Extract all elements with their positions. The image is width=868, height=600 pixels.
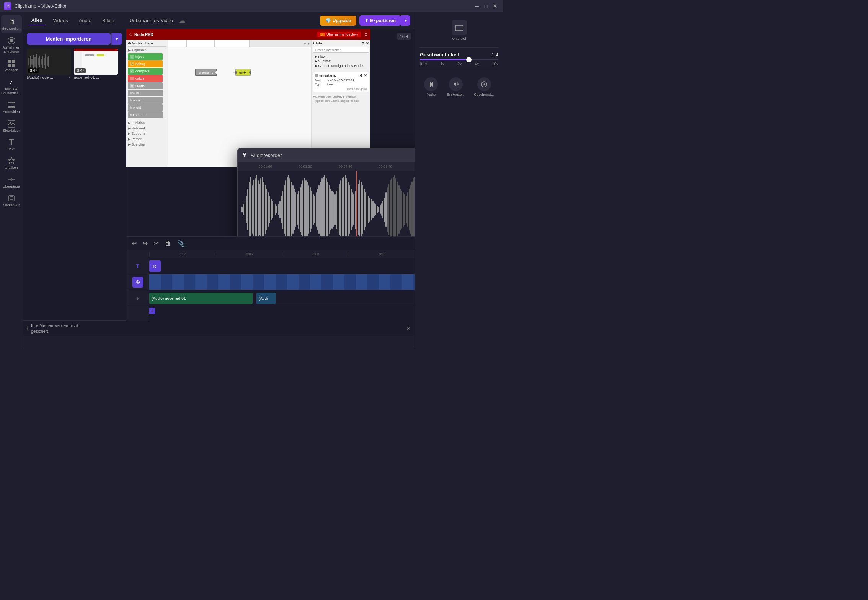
node-debug[interactable]: 🐛 debug [128,60,163,67]
nav-tab-alles[interactable]: Alles [28,16,46,25]
speicher-group[interactable]: ▶ Speicher [128,142,166,147]
sidebar-item-stockvideo[interactable]: Stockvideo [1,98,22,116]
speed-control: Geschwindigkeit 1.4 0.1x 1x 2x 4x 16x [420,52,498,66]
info-flow[interactable]: ▶ Flow [313,54,369,59]
node-complete[interactable]: ✓ complete [128,68,163,75]
sidebar-item-grafiken[interactable]: Grafiken [1,154,22,172]
media-thumb-dropdown-1[interactable]: ▾ [69,75,71,79]
svg-text:C: C [7,4,9,8]
sidebar-item-ihre-medien[interactable]: 🖥 Ihre Medien [1,15,22,33]
node-status[interactable]: ◉ status [128,82,163,89]
node-catch[interactable]: ! catch [128,75,163,82]
notice-icon: ℹ [27,325,29,332]
bottom-notice: ℹ Ihre Medien werden nichtgesichert. ✕ [23,320,415,336]
media-import-dropdown-button[interactable]: ▾ [111,33,122,45]
cut-button[interactable]: ✂ [152,239,160,248]
netzwerk-group[interactable]: ▶ Netzwerk [128,126,166,131]
sidebar-label-ihre-medien: Ihre Medien [2,27,21,31]
sidebar-item-aufnehmen[interactable]: Aufnehmen & kreieren [1,34,22,56]
subtitle-button[interactable] [452,20,467,35]
svg-rect-5 [12,60,15,63]
flow-tab-1[interactable]: Flow 1 [168,40,187,47]
text-clip-1[interactable]: He [149,260,161,272]
right-panel: Untertitel Geschwindigkeit 1.4 0.1x 1x 2… [415,12,503,348]
timestamp-node[interactable]: timestamp [195,69,217,76]
waveform-bars [238,171,415,236]
add-flow-btn[interactable]: + [304,41,306,46]
flows-search-input[interactable] [313,47,369,53]
undo-button[interactable]: ↩ [130,239,138,248]
window-controls: ─ □ ✕ [473,2,499,10]
audio-btn-label: Audio [427,93,436,96]
delete-button[interactable]: 🗑 [163,239,173,248]
info-panel-close[interactable]: ✕ [366,41,369,45]
media-thumb-1[interactable]: 0:47 (Audio) node-... ▾ [27,49,71,80]
redo-button[interactable]: ↪ [141,239,149,248]
node-comment[interactable]: comment [128,111,163,118]
export-btn-group: ⬆ Exportieren ▾ [359,15,410,26]
audio2-pause-icon[interactable]: ⏸ [149,308,155,314]
yellow-node[interactable]: de ✚ [235,69,251,76]
sidebar-item-stockbilder[interactable]: Stockbilder [1,117,22,135]
nav-tab-bilder[interactable]: Bilder [98,16,119,25]
node-info-btn2[interactable]: ✕ [364,74,367,77]
subtitle-icon [455,23,464,32]
flow-tab-3[interactable]: KeepRenderAlive [215,40,250,47]
sidebar-item-vorlagen[interactable]: Vorlagen [1,57,22,75]
speed-slider-thumb[interactable] [466,57,472,62]
node-red-menu-btn[interactable]: ☰ [365,33,367,36]
speed-panel-btn[interactable]: Geschwind... [471,74,497,100]
speed-value: 1.4 [491,52,498,57]
nav-tab-videos[interactable]: Videos [49,16,72,25]
audio-icon [427,80,435,88]
svg-rect-18 [14,106,14,108]
track-row-audio2: ⏸ [126,306,415,321]
waveform-area: 00:01.60 00:03.20 00:04.80 00:06.40 00:0… [238,162,415,236]
export-button[interactable]: ⬆ Exportieren [359,15,401,26]
notice-close-button[interactable]: ✕ [406,325,411,332]
attach-button[interactable]: 📎 [176,239,186,248]
info-subflow[interactable]: ▶ Subflow [313,59,369,64]
maximize-button[interactable]: □ [482,2,490,10]
media-thumb-2[interactable]: ts 0:47 node-red-01-... [74,49,118,80]
info-panel-settings[interactable]: ⚙ [361,41,364,45]
sidebar-item-musik[interactable]: ♪ Musik & Soundeffek... [1,75,22,98]
node-link-out[interactable]: link out [128,104,163,111]
parser-group[interactable]: ▶ Parser [128,136,166,142]
sidebar-item-marken-kit[interactable]: Marken-Kit [1,192,22,210]
flow-menu-btn[interactable]: ▾ [308,41,310,46]
svg-marker-21 [8,157,15,164]
info-panel-header: ℹ Info ⚙ ✕ [313,41,369,45]
svg-rect-14 [14,102,14,103]
allgemein-group[interactable]: ▶ Allgemein [128,47,166,53]
mute-panel-btn[interactable]: Ein-/Ausbl... [444,74,468,100]
tl-label-4: 00:08.00 [406,165,415,168]
funktion-group[interactable]: ▶ Funktion [128,120,166,126]
media-thumb-img-2: ts 0:47 [74,49,118,75]
audio-panel-btn[interactable]: Audio [421,74,441,100]
nav-tab-audio[interactable]: Audio [75,16,95,25]
upgrade-button[interactable]: 💎 Upgrade [320,16,357,26]
audio-clip-2[interactable]: (Audi [256,293,276,304]
node-info-btn1[interactable]: ⊕ [360,74,363,77]
node-link-call[interactable]: link call [128,97,163,104]
audio-clip-1[interactable]: (Audio) node-red-01 [149,293,253,304]
export-dropdown-button[interactable]: ▾ [401,15,410,26]
mehr-anzeigen[interactable]: Mehr anzeigen » [315,88,367,90]
sequenz-group[interactable]: ▶ Sequenz [128,131,166,136]
ruler-mark-1: 0:06 [216,252,282,256]
node-link-in[interactable]: link in [128,90,163,96]
minimize-button[interactable]: ─ [473,2,481,10]
timeline-ruler: 0:04 0:06 0:08 0:10 [126,250,415,258]
info-globale[interactable]: ▶ Globale Konfigurations-Nodes [313,64,369,68]
sidebar-item-text[interactable]: T Text [1,136,22,154]
sidebar-label-text: Text [8,147,15,151]
ruler-mark-2: 0:08 [282,252,349,256]
speed-title: Geschwindigkeit [420,52,459,57]
close-button[interactable]: ✕ [491,2,499,10]
sidebar-item-ubergange[interactable]: Übergänge [1,173,22,191]
media-import-button[interactable]: Medien importieren [27,33,111,45]
node-inject[interactable]: ⬡ inject [128,53,163,60]
flow-tab-2[interactable]: Wasserstand [187,40,215,47]
deploy-button[interactable]: ⬡ Übernahme (deploy) [317,32,361,37]
